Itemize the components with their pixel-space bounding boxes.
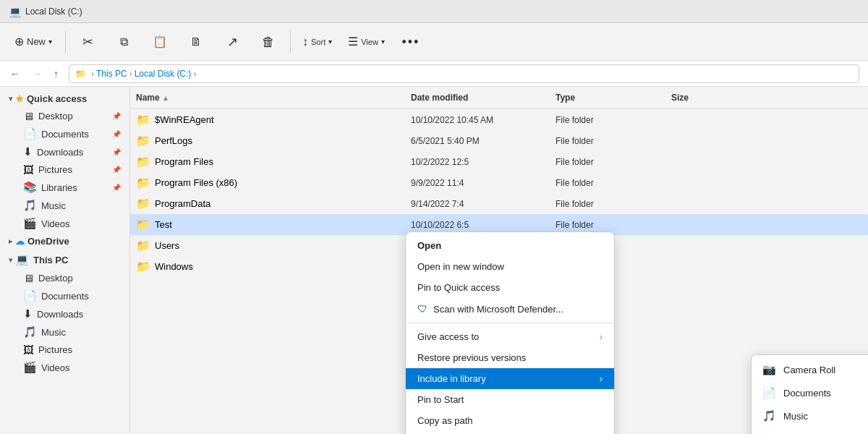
cut-button[interactable]: ✂ (70, 26, 105, 58)
sidebar-item-documents2[interactable]: 📄 Documents (3, 287, 127, 305)
sort-button[interactable]: ↕ Sort ▾ (295, 26, 339, 58)
col-header-name[interactable]: Name ▲ (130, 90, 405, 106)
toolbar-sep-1 (65, 31, 66, 53)
new-button[interactable]: ⊕ New ▾ (6, 26, 61, 58)
sidebar-item-desktop2[interactable]: 🖥 Desktop (3, 270, 127, 286)
context-menu-item-open[interactable]: Open (406, 235, 614, 256)
context-menu-item-send-to[interactable]: Send to› (406, 431, 614, 434)
sidebar-section-onedrive[interactable]: ▸ ☁ OneDrive (3, 233, 127, 250)
address-bar: ← → ↑ 📁 › This PC › Local Disk (C:) › (0, 61, 868, 87)
libraries-icon: 📚 (23, 181, 37, 194)
sidebar-item-desktop[interactable]: 🖥 Desktop 📌 (3, 108, 127, 124)
delete-button[interactable]: 🗑 (251, 26, 286, 58)
context-menu-separator (406, 323, 614, 323)
submenu-item-pictures[interactable]: 🖼 Pictures (752, 427, 868, 434)
context-menu-item-give-access[interactable]: Give access to› (406, 326, 614, 347)
folder-icon: 📁 (136, 218, 150, 231)
context-menu-item-restore[interactable]: Restore previous versions (406, 347, 614, 368)
sidebar-item-pictures[interactable]: 🖼 Pictures 📌 (3, 161, 127, 178)
col-header-date[interactable]: Date modified (405, 90, 550, 106)
quick-access-star-icon: ★ (15, 93, 24, 104)
file-size (665, 119, 738, 122)
more-icon: ••• (401, 35, 420, 48)
file-name: Users (155, 240, 179, 251)
toolbar: ⊕ New ▾ ✂ ⧉ 📋 🗎 ↗ 🗑 ↕ Sort ▾ ☰ View ▾ ••… (0, 23, 868, 61)
table-row[interactable]: 📁 PerfLogs 6/5/2021 5:40 PM File folder (130, 130, 868, 151)
table-row[interactable]: 📁 Program Files (x86) 9/9/2022 11:4 File… (130, 172, 868, 193)
paste-button[interactable]: 📋 (142, 26, 177, 58)
up-button[interactable]: ↑ (49, 65, 63, 82)
forward-button[interactable]: → (27, 65, 46, 82)
sidebar-item-downloads[interactable]: ⬇ Downloads 📌 (3, 143, 127, 161)
address-path[interactable]: 📁 › This PC › Local Disk (C:) › (69, 64, 859, 83)
file-size (665, 265, 738, 268)
col-header-size[interactable]: Size (665, 90, 738, 106)
rename-button[interactable]: 🗎 (179, 26, 213, 58)
file-date: 9/9/2022 11:4 (405, 176, 550, 190)
file-type: File folder (550, 176, 665, 190)
new-icon: ⊕ (14, 36, 24, 48)
context-menu-item-open-new[interactable]: Open in new window (406, 256, 614, 277)
share-button[interactable]: ↗ (215, 26, 250, 58)
sidebar-item-documents[interactable]: 📄 Documents 📌 (3, 125, 127, 142)
context-menu-item-copy-path[interactable]: Copy as path (406, 410, 614, 431)
sidebar-section-thispc[interactable]: ▾ 💻 This PC (3, 250, 127, 269)
context-menu-item-include-library[interactable]: Include in library› (406, 368, 614, 389)
file-date: 10/10/2022 10:45 AM (405, 114, 550, 127)
thispc-chevron-icon: ▾ (9, 256, 12, 264)
libraries-pin-icon: 📌 (112, 184, 121, 192)
sidebar-item-videos2[interactable]: 🎬 Videos (3, 359, 127, 376)
sidebar-item-desktop2-label: Desktop (38, 273, 73, 284)
sidebar-item-music-label: Music (41, 200, 66, 211)
folder-icon: 📁 (136, 155, 150, 169)
breadcrumb-thispc[interactable]: This PC (96, 69, 127, 79)
sidebar-section-quick-access[interactable]: ▾ ★ Quick access (3, 90, 127, 107)
table-row[interactable]: 📁 ProgramData 9/14/2022 7:4 File folder (130, 193, 868, 214)
copy-button[interactable]: ⧉ (106, 26, 141, 58)
file-name: Windows (155, 261, 193, 272)
context-menu-item-defender[interactable]: 🛡Scan with Microsoft Defender... (406, 298, 614, 320)
col-header-type[interactable]: Type (550, 90, 665, 106)
file-name: Test (155, 219, 172, 230)
sidebar-item-pictures2[interactable]: 🖼 Pictures (3, 341, 127, 358)
view-button[interactable]: ☰ View ▾ (341, 26, 392, 58)
context-menu-item-pin-quick[interactable]: Pin to Quick access (406, 277, 614, 298)
cut-icon: ✂ (82, 35, 93, 48)
table-row[interactable]: 📁 Program Files 10/2/2022 12:5 File fold… (130, 151, 868, 172)
more-button[interactable]: ••• (393, 26, 428, 58)
context-menu: OpenOpen in new windowPin to Quick acces… (405, 231, 615, 434)
sidebar-item-downloads2-label: Downloads (37, 309, 83, 320)
file-size (665, 161, 738, 163)
submenu-item-documents[interactable]: 📄 Documents (752, 381, 868, 404)
file-type: File folder (550, 197, 665, 210)
sidebar-item-libraries[interactable]: 📚 Libraries 📌 (3, 179, 127, 196)
file-list-header: Name ▲ Date modified Type Size (130, 87, 868, 109)
file-size (665, 203, 738, 205)
sidebar-item-videos[interactable]: 🎬 Videos (3, 215, 127, 232)
breadcrumb-localdisk[interactable]: Local Disk (C:) (135, 69, 192, 79)
context-menu-item-label: Pin to Start (417, 394, 464, 405)
sidebar-item-downloads2[interactable]: ⬇ Downloads (3, 305, 127, 323)
sidebar-item-music2-label: Music (41, 327, 66, 338)
submenu-item-label: Camera Roll (783, 365, 835, 375)
view-label: View (361, 38, 378, 46)
table-row[interactable]: 📁 $WinREAgent 10/10/2022 10:45 AM File f… (130, 109, 868, 130)
submenu-item-camera-roll[interactable]: 📷 Camera Roll (752, 358, 868, 381)
rename-icon: 🗎 (190, 36, 202, 48)
sidebar-item-music[interactable]: 🎵 Music (3, 197, 127, 214)
documents-icon: 📄 (23, 127, 37, 140)
onedrive-label: OneDrive (27, 236, 69, 247)
videos2-icon: 🎬 (23, 361, 37, 374)
documents2-icon: 📄 (23, 289, 37, 302)
submenu-item-music[interactable]: 🎵 Music (752, 404, 868, 427)
sidebar-item-music2[interactable]: 🎵 Music (3, 323, 127, 341)
sort-label: Sort (311, 38, 326, 46)
context-menu-item-label: Open (417, 240, 441, 251)
context-menu-item-pin-start[interactable]: Pin to Start (406, 389, 614, 410)
documents-pin-icon: 📌 (112, 130, 121, 138)
submenu-item-icon-camera-roll: 📷 (762, 363, 776, 376)
file-date: 6/5/2021 5:40 PM (405, 135, 550, 148)
file-date: 10/10/2022 6:5 (405, 218, 550, 231)
music2-icon: 🎵 (23, 326, 37, 339)
back-button[interactable]: ← (6, 65, 25, 82)
